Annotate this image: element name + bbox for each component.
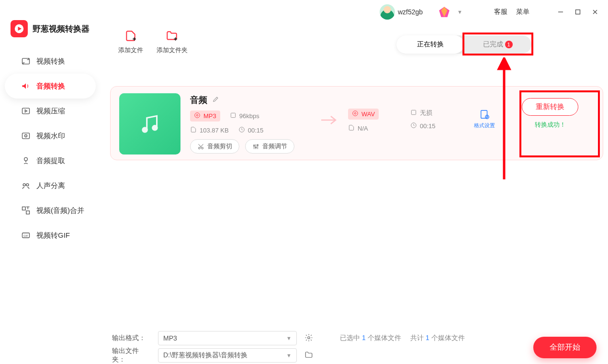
format-settings-label: 格式设置 xyxy=(473,122,496,129)
src-size-chip: 103.87 KB xyxy=(190,126,229,134)
out-folder-select[interactable]: D:\野葱视频转换器\音频转换 ▼ xyxy=(158,348,297,363)
svg-point-41 xyxy=(353,111,358,116)
user-chip[interactable]: wzf52gb xyxy=(380,4,423,20)
file-card: 音频 MP3 96kbps 103.87 KB xyxy=(110,86,603,160)
src-format-chip: MP3 xyxy=(190,110,220,121)
bitrate-icon xyxy=(230,112,236,120)
svg-point-26 xyxy=(142,127,148,133)
out-format-gear-icon[interactable] xyxy=(304,333,313,343)
format-settings-icon xyxy=(479,109,490,120)
sidebar-item-watermark[interactable]: 视频水印 xyxy=(5,123,96,148)
sidebar-item-merge[interactable]: 视频(音频)合并 xyxy=(5,198,96,223)
dst-duration: 00:15 xyxy=(420,122,436,130)
sidebar-item-label: 视频水印 xyxy=(36,132,65,141)
audio-tune-label: 音频调节 xyxy=(262,142,287,151)
svg-point-51 xyxy=(308,336,310,339)
add-folder-button[interactable]: 添加文件夹 xyxy=(151,29,192,55)
audio-cut-label: 音频剪切 xyxy=(207,142,232,151)
open-folder-icon[interactable] xyxy=(304,351,313,361)
chevron-down-icon: ▼ xyxy=(286,353,292,358)
sidebar-item-video-convert[interactable]: 视频转换 xyxy=(5,49,96,74)
vocal-split-icon xyxy=(21,181,31,190)
sidebar-item-gif[interactable]: GIF 视频转GIF xyxy=(5,223,96,248)
src-bitrate: 96kbps xyxy=(239,112,259,120)
username: wzf52gb xyxy=(398,8,423,16)
brand: 野葱视频转换器 xyxy=(0,20,101,49)
format-settings-button[interactable]: 格式设置 xyxy=(473,109,496,129)
dst-duration-chip: 00:15 xyxy=(410,122,436,130)
sidebar-item-label: 音频转换 xyxy=(36,82,65,91)
chevron-down-icon: ▼ xyxy=(286,335,292,341)
sidebar-item-video-compress[interactable]: 视频压缩 xyxy=(5,99,96,123)
svg-rect-17 xyxy=(26,211,30,214)
out-format-select[interactable]: MP3 ▼ xyxy=(158,331,297,345)
svg-rect-45 xyxy=(481,110,487,119)
src-size: 103.87 KB xyxy=(200,127,229,134)
out-folder-value: D:\野葱视频转换器\音频转换 xyxy=(163,351,248,360)
dst-quality: 无损 xyxy=(420,109,432,117)
size-icon xyxy=(190,126,197,134)
file-title: 音频 xyxy=(190,94,207,106)
add-file-label: 添加文件 xyxy=(110,46,151,55)
clock-icon xyxy=(410,122,417,130)
svg-point-28 xyxy=(195,113,200,118)
format-icon xyxy=(352,110,359,118)
support-link[interactable]: 客服 xyxy=(494,8,507,16)
video-convert-icon xyxy=(21,56,31,66)
reconvert-button[interactable]: 重新转换 xyxy=(522,98,578,116)
add-file-icon xyxy=(123,29,139,43)
video-compress-icon xyxy=(21,106,31,116)
src-format: MP3 xyxy=(203,112,216,120)
out-format-value: MP3 xyxy=(163,334,177,342)
tab-converting[interactable]: 正在转换 xyxy=(396,35,464,54)
dst-format-chip: WAV xyxy=(348,109,379,120)
sidebar-item-audio-extract[interactable]: 音频提取 xyxy=(5,148,96,173)
sidebar-item-label: 视频转GIF xyxy=(36,231,70,240)
vip-icon[interactable] xyxy=(437,5,451,19)
dst-size: N/A xyxy=(358,125,368,132)
svg-point-42 xyxy=(354,112,356,114)
tab-completed-label: 已完成 xyxy=(483,40,503,49)
start-all-button[interactable]: 全部开始 xyxy=(533,337,597,358)
audio-cut-button[interactable]: 音频剪切 xyxy=(190,139,239,154)
file-icon xyxy=(348,124,355,132)
svg-rect-9 xyxy=(23,108,30,114)
dst-format: WAV xyxy=(361,110,375,118)
audio-tune-button[interactable]: 音频调节 xyxy=(245,139,294,154)
sidebar: 野葱视频转换器 视频转换 音频转换 视频压缩 视频水印 音频提取 xyxy=(0,24,101,364)
sidebar-item-label: 视频(音频)合并 xyxy=(36,206,84,215)
file-thumbnail xyxy=(119,93,180,154)
sidebar-item-vocal-split[interactable]: 人声分离 xyxy=(5,173,96,198)
sidebar-item-label: 人声分离 xyxy=(36,181,65,190)
sidebar-item-label: 音频提取 xyxy=(36,156,65,165)
svg-point-13 xyxy=(24,157,28,161)
maximize-button[interactable] xyxy=(574,8,582,16)
dst-quality-chip: 无损 xyxy=(410,109,432,117)
edit-title-icon[interactable] xyxy=(212,95,220,105)
audio-extract-icon xyxy=(21,156,31,165)
brand-logo-icon xyxy=(11,20,28,37)
format-icon xyxy=(194,112,201,120)
out-format-label: 输出格式： xyxy=(112,334,150,342)
brand-name: 野葱视频转换器 xyxy=(33,23,90,34)
close-button[interactable] xyxy=(591,8,599,16)
add-file-button[interactable]: 添加文件 xyxy=(110,29,151,55)
audio-convert-icon xyxy=(21,81,31,91)
sidebar-item-label: 视频压缩 xyxy=(36,107,65,116)
menu-link[interactable]: 菜单 xyxy=(516,8,529,16)
sidebar-item-label: 视频转换 xyxy=(36,57,65,66)
vip-dropdown-caret[interactable]: ▼ xyxy=(457,9,462,15)
svg-marker-48 xyxy=(499,58,509,69)
tab-completed[interactable]: 已完成 1 xyxy=(464,35,531,54)
dst-size-chip: N/A xyxy=(348,124,368,132)
merge-icon xyxy=(21,206,31,215)
convert-success-label: 转换成功！ xyxy=(535,121,566,129)
tab-converting-label: 正在转换 xyxy=(417,40,444,49)
convert-arrow-icon xyxy=(319,114,338,126)
sidebar-item-audio-convert[interactable]: 音频转换 xyxy=(5,74,96,99)
svg-point-12 xyxy=(25,135,27,137)
quality-icon xyxy=(410,109,417,117)
minimize-button[interactable] xyxy=(556,8,565,16)
out-folder-label: 输出文件夹： xyxy=(112,347,150,364)
main: 添加文件 添加文件夹 正在转换 已完成 1 音频 xyxy=(101,24,608,364)
